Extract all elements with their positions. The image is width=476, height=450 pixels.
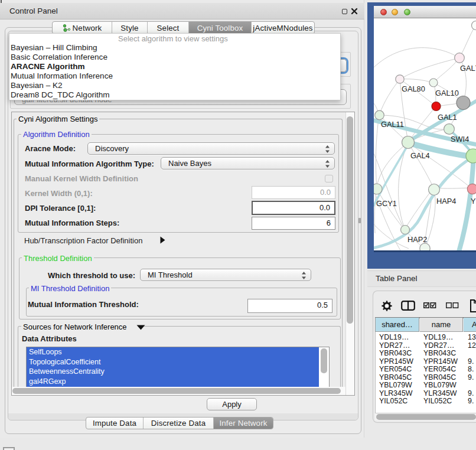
svg-text:Y: Y bbox=[471, 197, 476, 206]
svg-text:GAL10: GAL10 bbox=[435, 89, 459, 97]
svg-text:GAL1: GAL1 bbox=[438, 113, 457, 122]
svg-text:GAL11: GAL11 bbox=[381, 120, 404, 129]
svg-text:HAP2: HAP2 bbox=[407, 235, 427, 244]
svg-text:HAP4: HAP4 bbox=[436, 197, 456, 206]
svg-text:SWI4: SWI4 bbox=[451, 135, 469, 144]
svg-text:GAL7: GAL7 bbox=[460, 64, 476, 73]
svg-text:GAL80: GAL80 bbox=[402, 84, 425, 93]
svg-text:GCY1: GCY1 bbox=[376, 199, 397, 208]
svg-text:GAL4: GAL4 bbox=[410, 151, 430, 160]
